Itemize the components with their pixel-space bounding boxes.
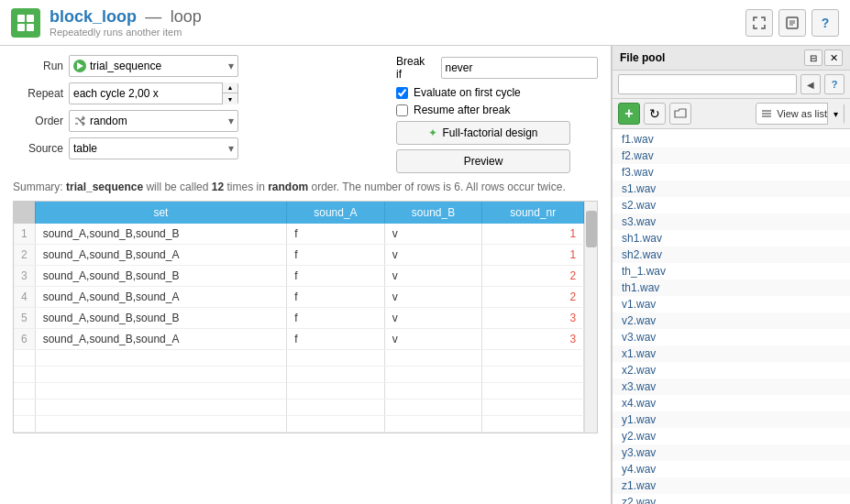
file-item[interactable]: f1.wav bbox=[613, 131, 850, 148]
row-sound-a: f bbox=[287, 329, 385, 350]
svg-rect-3 bbox=[27, 24, 34, 31]
repeat-row: Repeat each cycle 2,00 x ▲ ▼ bbox=[13, 82, 378, 104]
table-scroll: set sound_A sound_B sound_nr 1 sound_A,s… bbox=[14, 202, 584, 433]
svg-rect-2 bbox=[17, 24, 25, 31]
refresh-button[interactable]: ↻ bbox=[644, 103, 666, 125]
full-factorial-label: Full-factorial design bbox=[442, 126, 537, 139]
file-item[interactable]: th1.wav bbox=[613, 279, 850, 296]
file-pool-close-button[interactable]: ✕ bbox=[824, 49, 843, 66]
file-item[interactable]: y4.wav bbox=[613, 461, 850, 477]
table-row[interactable]: 6 sound_A,sound_B,sound_A f v 3 bbox=[14, 329, 584, 350]
file-item[interactable]: z2.wav bbox=[613, 494, 850, 504]
file-item[interactable]: x3.wav bbox=[613, 378, 850, 395]
evaluate-label: Evaluate on first cycle bbox=[414, 86, 521, 99]
table-header: set sound_A sound_B sound_nr bbox=[14, 202, 584, 224]
summary-order: random bbox=[268, 181, 308, 193]
resume-row: Resume after break bbox=[396, 104, 598, 116]
file-item[interactable]: f2.wav bbox=[613, 148, 850, 164]
file-item[interactable]: v3.wav bbox=[613, 329, 850, 345]
file-pool-resize-button[interactable]: ⊟ bbox=[804, 49, 822, 66]
svg-rect-0 bbox=[17, 15, 25, 22]
breakif-input[interactable] bbox=[441, 57, 599, 79]
file-item[interactable]: y3.wav bbox=[613, 444, 850, 461]
row-number: 6 bbox=[14, 329, 35, 350]
file-item[interactable]: s3.wav bbox=[613, 214, 850, 230]
scrollbar-thumb[interactable] bbox=[586, 211, 597, 247]
row-number: 4 bbox=[14, 287, 35, 308]
search-back-button[interactable]: ◀ bbox=[800, 74, 821, 94]
source-select[interactable]: table ▾ bbox=[69, 137, 238, 159]
folder-button[interactable] bbox=[669, 103, 691, 125]
help-button[interactable]: ? bbox=[811, 9, 839, 37]
search-input[interactable] bbox=[618, 74, 797, 94]
repeat-input[interactable]: each cycle 2,00 x ▲ ▼ bbox=[69, 82, 238, 104]
full-factorial-button[interactable]: ✦ Full-factorial design bbox=[396, 121, 570, 145]
search-help-button[interactable]: ? bbox=[824, 74, 844, 94]
file-list: f1.wavf2.wavf3.wavs1.wavs2.wavs3.wavsh1.… bbox=[613, 129, 850, 504]
right-panel: File pool ⊟ ✕ ◀ ? + ↻ bbox=[612, 46, 850, 504]
search-bar: ◀ ? bbox=[613, 71, 850, 99]
source-value: table bbox=[73, 142, 97, 155]
star-icon: ✦ bbox=[428, 126, 437, 139]
file-item[interactable]: x2.wav bbox=[613, 362, 850, 378]
file-item[interactable]: x1.wav bbox=[613, 345, 850, 362]
view-select[interactable]: View as list ▾ bbox=[756, 103, 844, 125]
file-item[interactable]: y1.wav bbox=[613, 411, 850, 428]
row-sound-nr: 1 bbox=[482, 224, 584, 245]
row-set: sound_A,sound_B,sound_B bbox=[35, 266, 286, 287]
row-set: sound_A,sound_B,sound_A bbox=[35, 329, 286, 350]
table-row[interactable]: 4 sound_A,sound_B,sound_A f v 2 bbox=[14, 287, 584, 308]
row-sound-nr: 3 bbox=[482, 308, 584, 329]
row-sound-nr: 2 bbox=[482, 266, 584, 287]
table-row[interactable]: 3 sound_A,sound_B,sound_B f v 2 bbox=[14, 266, 584, 287]
file-item[interactable]: v1.wav bbox=[613, 296, 850, 312]
block-name: block_loop bbox=[50, 7, 137, 26]
row-sound-b: v bbox=[384, 224, 482, 245]
file-item[interactable]: v2.wav bbox=[613, 312, 850, 329]
add-file-button[interactable]: + bbox=[618, 103, 640, 125]
file-item[interactable]: f3.wav bbox=[613, 164, 850, 181]
file-pool-header: File pool ⊟ ✕ bbox=[613, 46, 850, 71]
file-item[interactable]: s1.wav bbox=[613, 181, 850, 197]
left-panel: Run trial_sequence ▾ Repeat each cycle 2… bbox=[0, 46, 612, 504]
file-item[interactable]: x4.wav bbox=[613, 395, 850, 411]
list-view-icon bbox=[760, 107, 773, 120]
fullscreen-button[interactable] bbox=[745, 9, 773, 37]
view-select-text: View as list bbox=[777, 108, 827, 119]
row-sound-a: f bbox=[287, 308, 385, 329]
header-type: loop bbox=[171, 7, 202, 26]
resume-label: Resume after break bbox=[414, 104, 510, 116]
run-select[interactable]: trial_sequence ▾ bbox=[69, 55, 238, 77]
main-content: Run trial_sequence ▾ Repeat each cycle 2… bbox=[0, 46, 850, 504]
evaluate-checkbox[interactable] bbox=[396, 87, 408, 99]
resume-checkbox[interactable] bbox=[396, 104, 408, 116]
fullscreen-icon bbox=[753, 16, 766, 29]
empty-table-row bbox=[14, 383, 584, 400]
source-row: Source table ▾ bbox=[13, 137, 378, 159]
preview-button[interactable]: Preview bbox=[396, 149, 570, 173]
file-item[interactable]: y2.wav bbox=[613, 428, 850, 444]
view-dropdown-arrow[interactable]: ▾ bbox=[827, 103, 844, 125]
repeat-value: each cycle 2,00 x bbox=[70, 87, 222, 100]
form-area: Run trial_sequence ▾ Repeat each cycle 2… bbox=[13, 55, 598, 173]
row-sound-nr: 2 bbox=[482, 287, 584, 308]
spin-down-button[interactable]: ▼ bbox=[223, 93, 237, 104]
col-set-header: set bbox=[35, 202, 286, 224]
file-item[interactable]: s2.wav bbox=[613, 197, 850, 214]
random-icon bbox=[73, 115, 86, 127]
file-item[interactable]: sh1.wav bbox=[613, 230, 850, 247]
table-row[interactable]: 1 sound_A,sound_B,sound_B f v 1 bbox=[14, 224, 584, 245]
row-sound-a: f bbox=[287, 287, 385, 308]
file-item[interactable]: z1.wav bbox=[613, 477, 850, 494]
play-icon bbox=[75, 61, 84, 71]
spin-up-button[interactable]: ▲ bbox=[223, 82, 237, 93]
breakif-row: Break if bbox=[396, 55, 598, 81]
run-select-value: trial_sequence bbox=[90, 60, 161, 72]
table-scrollbar[interactable] bbox=[584, 202, 597, 433]
variable-inspector-button[interactable] bbox=[778, 9, 806, 37]
file-item[interactable]: sh2.wav bbox=[613, 247, 850, 263]
file-item[interactable]: th_1.wav bbox=[613, 263, 850, 279]
order-select[interactable]: random ▾ bbox=[69, 110, 238, 132]
table-row[interactable]: 2 sound_A,sound_B,sound_A f v 1 bbox=[14, 245, 584, 266]
table-row[interactable]: 5 sound_A,sound_B,sound_B f v 3 bbox=[14, 308, 584, 329]
